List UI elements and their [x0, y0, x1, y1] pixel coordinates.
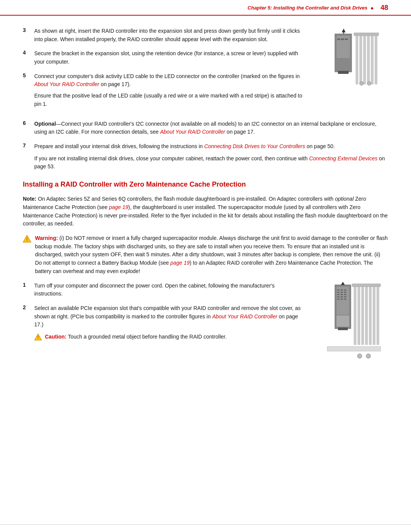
page-number: 48	[381, 4, 388, 12]
numbered-item-b1: 1 Turn off your computer and disconnect …	[23, 282, 304, 298]
svg-rect-44	[344, 296, 346, 297]
svg-text:!: !	[26, 236, 28, 242]
svg-rect-34	[341, 289, 343, 291]
item-3-text-col: 3 As shown at right, insert the RAID con…	[23, 27, 304, 115]
svg-rect-39	[337, 294, 339, 295]
svg-rect-40	[341, 294, 343, 295]
numbered-item-4: 4 Secure the bracket in the expansion sl…	[23, 50, 304, 66]
svg-rect-47	[344, 299, 346, 300]
svg-rect-21	[354, 286, 356, 345]
item-5-text2: on page 17).	[99, 81, 131, 87]
warning-label: Warning:	[35, 235, 58, 241]
diagram-bottom-col	[312, 282, 388, 367]
svg-rect-12	[337, 38, 340, 40]
svg-rect-0	[356, 35, 358, 84]
svg-rect-13	[341, 38, 344, 40]
item-7-link1[interactable]: Connecting Disk Drives to Your Controlle…	[204, 143, 305, 149]
page-footer	[0, 524, 411, 532]
svg-rect-28	[352, 284, 381, 287]
svg-marker-10	[342, 29, 346, 32]
svg-rect-3	[367, 35, 370, 84]
note-block: Note: On Adaptec Series 5Z and Series 6Q…	[23, 195, 388, 228]
item-b1-num: 1	[23, 282, 34, 288]
item-7-content: Prepare and install your internal disk d…	[34, 142, 388, 171]
numbered-item-7: 7 Prepare and install your internal disk…	[23, 142, 388, 171]
svg-rect-9	[338, 71, 349, 74]
svg-rect-43	[341, 296, 343, 297]
svg-rect-35	[344, 289, 346, 291]
svg-text:!: !	[37, 335, 39, 340]
svg-rect-30	[336, 286, 349, 315]
item-6-bold: Optional	[34, 121, 56, 127]
warning-link1[interactable]: page 19	[170, 260, 190, 266]
svg-rect-49	[327, 347, 381, 351]
svg-rect-27	[377, 286, 379, 345]
item-5-text1: Connect your computer's disk activity LE…	[34, 73, 300, 79]
svg-point-50	[357, 354, 362, 358]
caution-content: Caution: Touch a grounded metal object b…	[45, 333, 227, 341]
item-7-subtext: If you are not installing internal disk …	[34, 155, 388, 171]
numbered-item-b2: 2 Select an available PCIe expansion slo…	[23, 304, 304, 341]
item-6-content: Optional—Connect your RAID controller's …	[34, 120, 388, 136]
item-5-content: Connect your computer's disk activity LE…	[34, 72, 304, 109]
numbered-item-6: 6 Optional—Connect your RAID controller'…	[23, 120, 388, 136]
numbered-item-3: 3 As shown at right, insert the RAID con…	[23, 27, 304, 43]
svg-point-15	[360, 81, 363, 85]
diagram-top-col	[312, 27, 388, 89]
svg-rect-6	[354, 33, 379, 36]
svg-rect-42	[337, 296, 339, 297]
item-6-text2: on page 17.	[225, 129, 255, 135]
item-b1-text: Turn off your computer and disconnect th…	[34, 283, 274, 297]
item-7-link2[interactable]: Connecting External Devices	[309, 155, 378, 161]
caution-block: ! Caution: Touch a grounded metal object…	[34, 333, 304, 341]
item-b1-content: Turn off your computer and disconnect th…	[34, 282, 304, 298]
svg-rect-5	[375, 35, 377, 84]
svg-rect-41	[344, 294, 346, 295]
item-3-text: As shown at right, insert the RAID contr…	[34, 28, 300, 42]
item-6-num: 6	[23, 120, 34, 126]
svg-rect-4	[371, 35, 373, 84]
svg-rect-1	[360, 35, 362, 84]
svg-rect-46	[341, 299, 343, 300]
page: Chapter 5: Installing the Controller and…	[0, 0, 411, 532]
warning-icon: !	[23, 235, 31, 243]
svg-rect-48	[338, 328, 348, 330]
svg-rect-31	[336, 315, 349, 327]
page-header: Chapter 5: Installing the Controller and…	[0, 0, 411, 16]
item-6-link1[interactable]: About Your RAID Controller	[160, 129, 225, 135]
item-5-link1[interactable]: About Your RAID Controller	[34, 81, 99, 87]
item-7-text1: Prepare and install your internal disk d…	[34, 143, 204, 149]
svg-point-16	[367, 81, 371, 85]
numbered-item-5: 5 Connect your computer's disk activity …	[23, 72, 304, 109]
svg-rect-25	[369, 286, 371, 345]
item-3-content: As shown at right, insert the RAID contr…	[34, 27, 304, 43]
item-7-text2: on page 50.	[305, 143, 335, 149]
svg-rect-14	[345, 38, 348, 40]
item-7-sub1: If you are not installing internal disk …	[34, 155, 309, 161]
diagram-top-svg	[312, 27, 384, 88]
item-b2-content: Select an available PCIe expansion slot …	[34, 304, 304, 341]
item-b2-num: 2	[23, 304, 34, 310]
item-4-content: Secure the bracket in the expansion slot…	[34, 50, 304, 66]
note-italic: optional	[335, 196, 354, 202]
svg-rect-37	[341, 292, 343, 293]
svg-rect-24	[365, 286, 368, 345]
svg-rect-23	[362, 286, 364, 345]
svg-rect-22	[358, 286, 360, 345]
svg-rect-2	[363, 35, 366, 84]
diagram-bottom-svg	[312, 282, 384, 366]
svg-rect-45	[337, 299, 339, 300]
svg-rect-38	[344, 292, 346, 293]
warning-block: ! Warning: (i) Do NOT remove or insert a…	[23, 234, 388, 275]
item-b2-link1[interactable]: About Your RAID Controller	[212, 313, 277, 320]
item-4-num: 4	[23, 50, 34, 56]
main-content: 3 As shown at right, insert the RAID con…	[0, 16, 411, 382]
note-link1[interactable]: page 19	[109, 204, 128, 210]
svg-marker-32	[341, 282, 345, 285]
item-5-num: 5	[23, 72, 34, 78]
item-7-num: 7	[23, 142, 34, 149]
bottom-items-row: 1 Turn off your computer and disconnect …	[23, 282, 388, 367]
item-4-text: Secure the bracket in the expansion slot…	[34, 50, 298, 65]
bottom-text-col: 1 Turn off your computer and disconnect …	[23, 282, 304, 347]
caution-icon: !	[34, 333, 42, 341]
